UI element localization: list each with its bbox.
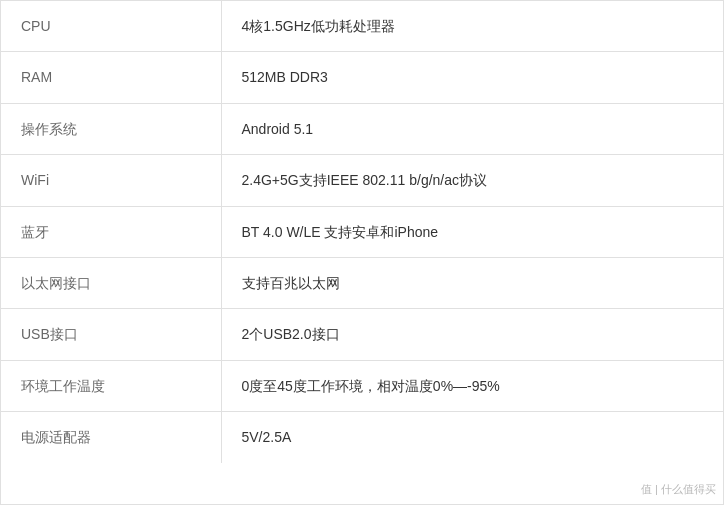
spec-value: BT 4.0 W/LE 支持安卓和iPhone <box>221 206 723 257</box>
spec-label: 操作系统 <box>1 103 221 154</box>
spec-value: Android 5.1 <box>221 103 723 154</box>
spec-label: CPU <box>1 1 221 52</box>
spec-value: 2个USB2.0接口 <box>221 309 723 360</box>
table-row: 操作系统Android 5.1 <box>1 103 723 154</box>
spec-label: 蓝牙 <box>1 206 221 257</box>
table-row: 电源适配器5V/2.5A <box>1 412 723 463</box>
spec-value: 支持百兆以太网 <box>221 257 723 308</box>
table-row: USB接口2个USB2.0接口 <box>1 309 723 360</box>
table-row: RAM512MB DDR3 <box>1 52 723 103</box>
spec-label: RAM <box>1 52 221 103</box>
spec-value: 2.4G+5G支持IEEE 802.11 b/g/n/ac协议 <box>221 155 723 206</box>
spec-value: 4核1.5GHz低功耗处理器 <box>221 1 723 52</box>
spec-value: 5V/2.5A <box>221 412 723 463</box>
table-row: CPU4核1.5GHz低功耗处理器 <box>1 1 723 52</box>
table-row: 以太网接口支持百兆以太网 <box>1 257 723 308</box>
spec-label: 以太网接口 <box>1 257 221 308</box>
spec-value: 512MB DDR3 <box>221 52 723 103</box>
spec-label: 电源适配器 <box>1 412 221 463</box>
spec-value: 0度至45度工作环境，相对温度0%—-95% <box>221 360 723 411</box>
spec-label: 环境工作温度 <box>1 360 221 411</box>
spec-label: WiFi <box>1 155 221 206</box>
table-row: WiFi2.4G+5G支持IEEE 802.11 b/g/n/ac协议 <box>1 155 723 206</box>
watermark: 值 | 什么值得买 <box>641 482 716 497</box>
specs-table-container: CPU4核1.5GHz低功耗处理器RAM512MB DDR3操作系统Androi… <box>0 0 724 505</box>
table-row: 环境工作温度0度至45度工作环境，相对温度0%—-95% <box>1 360 723 411</box>
table-row: 蓝牙BT 4.0 W/LE 支持安卓和iPhone <box>1 206 723 257</box>
spec-label: USB接口 <box>1 309 221 360</box>
specs-table: CPU4核1.5GHz低功耗处理器RAM512MB DDR3操作系统Androi… <box>1 1 723 463</box>
